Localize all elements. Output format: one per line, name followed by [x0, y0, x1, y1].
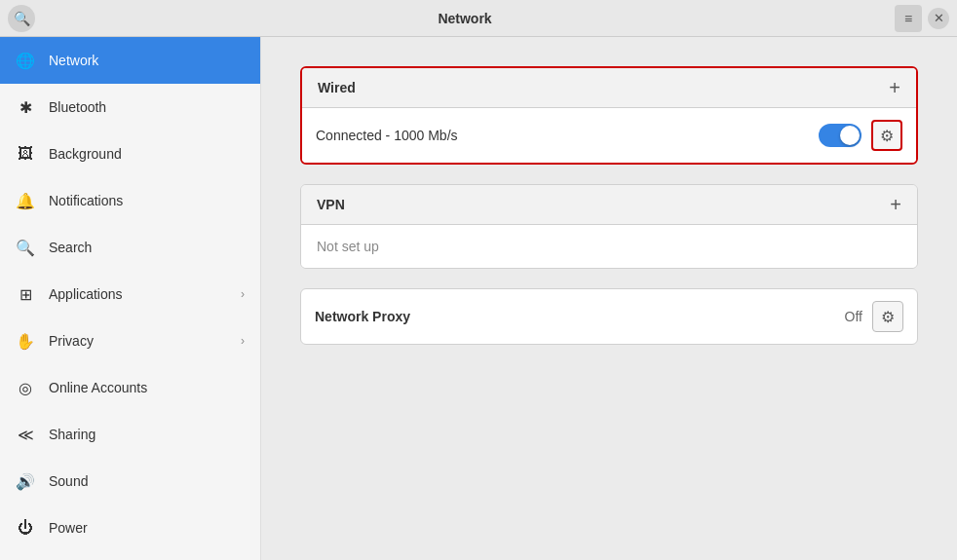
wired-settings-button[interactable]: ⚙ — [871, 120, 902, 151]
sidebar-item-label: Background — [49, 146, 122, 162]
vpn-title: VPN — [317, 197, 345, 212]
close-button[interactable]: ✕ — [928, 8, 949, 29]
sidebar-item-label: Sharing — [49, 427, 96, 442]
search-icon: 🔍 — [14, 11, 30, 26]
search-icon: 🔍 — [16, 238, 35, 257]
sidebar-item-label: Power — [49, 520, 88, 536]
wired-connection-label: Connected - 1000 Mb/s — [316, 128, 819, 143]
sidebar-item-label: Online Accounts — [49, 380, 147, 395]
sidebar-item-sharing[interactable]: ≪ Sharing — [0, 411, 260, 458]
sidebar-item-bluetooth[interactable]: ✱ Bluetooth — [0, 84, 260, 131]
proxy-label: Network Proxy — [315, 309, 845, 324]
sidebar-item-search[interactable]: 🔍 Search — [0, 224, 260, 271]
sidebar-item-applications[interactable]: ⊞ Applications › — [0, 271, 260, 317]
sidebar-item-network[interactable]: 🌐 Network — [0, 37, 260, 84]
window-title: Network — [41, 11, 889, 26]
wired-toggle[interactable] — [819, 124, 861, 147]
vpn-status-label: Not set up — [317, 239, 379, 254]
sidebar-item-label: Bluetooth — [49, 99, 106, 115]
sound-icon: 🔊 — [16, 471, 35, 491]
sidebar-item-notifications[interactable]: 🔔 Notifications — [0, 177, 260, 224]
vpn-header: VPN + — [301, 185, 917, 225]
menu-button[interactable]: ≡ — [895, 5, 922, 32]
proxy-settings-button[interactable]: ⚙ — [872, 301, 903, 332]
app-container: 🌐 Network ✱ Bluetooth 🖼 Background 🔔 Not… — [0, 37, 957, 560]
sidebar-item-background[interactable]: 🖼 Background — [0, 131, 260, 177]
search-button[interactable]: 🔍 — [8, 5, 35, 32]
privacy-icon: ✋ — [16, 331, 35, 351]
wired-connection-row: Connected - 1000 Mb/s ⚙ — [302, 108, 916, 163]
gear-icon: ⚙ — [881, 308, 895, 326]
bell-icon: 🔔 — [16, 191, 35, 210]
chevron-right-icon: › — [241, 334, 245, 348]
sidebar-item-label: Notifications — [49, 193, 123, 208]
close-icon: ✕ — [934, 11, 944, 25]
chevron-right-icon: › — [241, 287, 245, 301]
proxy-row: Network Proxy Off ⚙ — [301, 289, 917, 344]
vpn-add-button[interactable]: + — [890, 195, 901, 214]
sidebar: 🌐 Network ✱ Bluetooth 🖼 Background 🔔 Not… — [0, 37, 261, 560]
wired-header: Wired + — [302, 68, 916, 108]
sharing-icon: ≪ — [16, 425, 35, 444]
menu-icon: ≡ — [904, 11, 912, 26]
gear-icon: ⚙ — [880, 127, 894, 145]
sidebar-item-sound[interactable]: 🔊 Sound — [0, 458, 260, 504]
online-accounts-icon: ◎ — [16, 378, 35, 397]
proxy-section: Network Proxy Off ⚙ — [300, 288, 918, 345]
wired-title: Wired — [318, 80, 356, 95]
sidebar-item-online-accounts[interactable]: ◎ Online Accounts — [0, 364, 260, 411]
sidebar-item-label: Sound — [49, 473, 88, 489]
titlebar: 🔍 Network ≡ ✕ — [0, 0, 957, 37]
sidebar-item-label: Privacy — [49, 333, 94, 349]
applications-icon: ⊞ — [16, 284, 35, 304]
sidebar-item-privacy[interactable]: ✋ Privacy › — [0, 317, 260, 364]
sidebar-item-label: Search — [49, 240, 92, 255]
main-content: Wired + Connected - 1000 Mb/s ⚙ VPN + No… — [261, 37, 957, 560]
wired-section: Wired + Connected - 1000 Mb/s ⚙ — [300, 66, 918, 165]
power-icon: ⏻ — [16, 518, 35, 538]
sidebar-item-label: Network — [49, 53, 98, 68]
sidebar-item-label: Applications — [49, 286, 123, 302]
network-icon: 🌐 — [16, 51, 35, 70]
vpn-section: VPN + Not set up — [300, 184, 918, 269]
wired-add-button[interactable]: + — [889, 78, 900, 97]
proxy-status: Off — [845, 309, 862, 324]
vpn-not-set-up-row: Not set up — [301, 225, 917, 268]
sidebar-item-power[interactable]: ⏻ Power — [0, 504, 260, 551]
background-icon: 🖼 — [16, 144, 35, 164]
bluetooth-icon: ✱ — [16, 97, 35, 117]
